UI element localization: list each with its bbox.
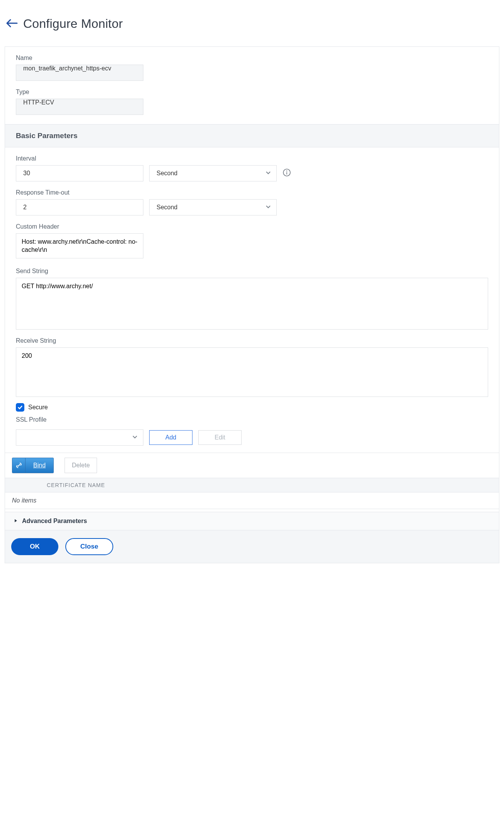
add-button[interactable]: Add	[149, 430, 192, 445]
type-field: HTTP-ECV	[16, 99, 143, 115]
ssl-profile-label: SSL Profile	[16, 416, 488, 423]
type-label: Type	[16, 89, 488, 96]
interval-input[interactable]	[16, 165, 143, 181]
send-string-input[interactable]: GET http://www.archy.net/	[16, 278, 488, 330]
chevron-down-icon	[132, 434, 138, 441]
timeout-label: Response Time-out	[16, 189, 488, 196]
name-field: mon_traefik_archynet_https-ecv	[16, 65, 143, 81]
timeout-unit-select[interactable]: Second	[149, 199, 277, 215]
custom-header-input[interactable]: Host: www.archy.net\r\nCache-control: no…	[16, 233, 143, 258]
page-title: Configure Monitor	[23, 17, 123, 31]
ssl-profile-select[interactable]	[16, 429, 143, 446]
triangle-right-icon	[14, 518, 18, 525]
bind-button[interactable]: Bind	[12, 458, 54, 473]
custom-header-label: Custom Header	[16, 223, 488, 230]
name-label: Name	[16, 55, 488, 62]
certificate-name-column: CERTIFICATE NAME	[39, 482, 105, 488]
interval-unit-select[interactable]: Second	[149, 165, 277, 181]
secure-label: Secure	[28, 404, 48, 411]
secure-checkbox[interactable]	[16, 403, 24, 412]
receive-string-label: Receive String	[16, 337, 488, 344]
interval-label: Interval	[16, 155, 488, 162]
edit-button[interactable]: Edit	[198, 430, 242, 445]
send-string-label: Send String	[16, 268, 488, 275]
basic-parameters-heading: Basic Parameters	[5, 124, 499, 147]
link-icon	[12, 458, 26, 473]
receive-string-input[interactable]: 200	[16, 347, 488, 397]
back-arrow-icon[interactable]	[5, 17, 19, 31]
certificate-table-empty: No items	[5, 492, 499, 509]
close-button[interactable]: Close	[65, 538, 113, 555]
svg-point-1	[287, 171, 287, 171]
ok-button[interactable]: OK	[11, 538, 58, 555]
bind-button-label: Bind	[26, 458, 53, 473]
advanced-parameters-heading: Advanced Parameters	[22, 518, 87, 525]
advanced-parameters-toggle[interactable]: Advanced Parameters	[5, 512, 499, 530]
info-icon[interactable]	[283, 168, 291, 178]
certificate-table-header: CERTIFICATE NAME	[5, 478, 499, 492]
delete-button[interactable]: Delete	[65, 458, 97, 473]
timeout-input[interactable]	[16, 199, 143, 215]
